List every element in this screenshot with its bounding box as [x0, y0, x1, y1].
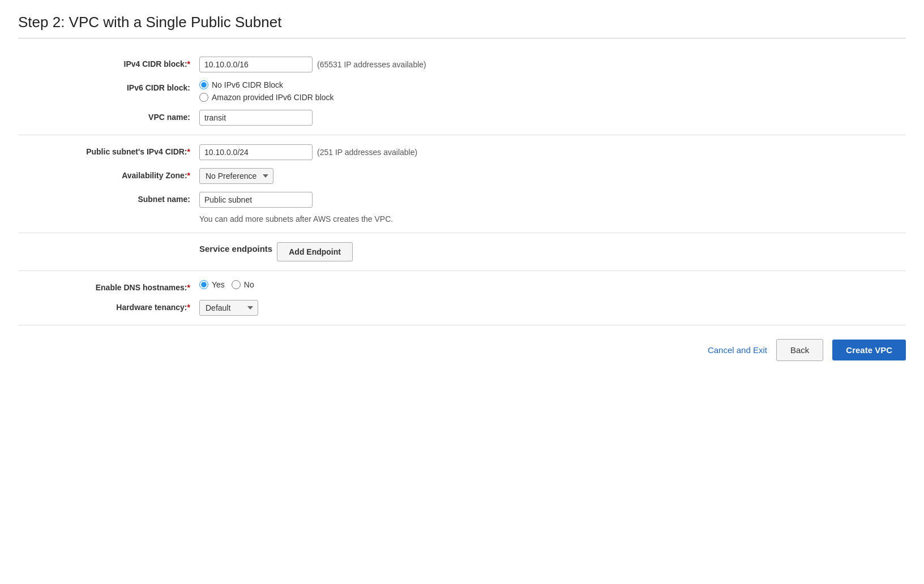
ipv6-radio-group: No IPv6 CIDR Block Amazon provided IPv6 …	[199, 80, 334, 102]
dns-yes-radio[interactable]	[199, 280, 208, 289]
ipv6-option2-text: Amazon provided IPv6 CIDR block	[212, 93, 334, 102]
hardware-tenancy-row: Hardware tenancy:* Default Dedicated Hos…	[18, 300, 906, 316]
subnet-name-label: Subnet name:	[18, 192, 199, 204]
vpc-name-input[interactable]	[199, 110, 313, 126]
vpc-settings-section: IPv4 CIDR block:* (65531 IP addresses av…	[18, 48, 906, 135]
create-vpc-button[interactable]: Create VPC	[832, 340, 906, 360]
service-endpoints-control: Service endpoints Add Endpoint	[199, 242, 906, 261]
availability-zone-select[interactable]: No Preference us-east-1a us-east-1b us-e…	[199, 168, 273, 184]
cancel-exit-button[interactable]: Cancel and Exit	[708, 345, 767, 355]
dns-hostnames-row: Enable DNS hostnames:* Yes No	[18, 280, 906, 292]
subnet-name-hint: You can add more subnets after AWS creat…	[199, 214, 906, 224]
service-endpoints-spacer	[18, 242, 199, 245]
service-endpoints-row: Service endpoints Add Endpoint	[18, 242, 906, 261]
vpc-name-control	[199, 110, 906, 126]
hardware-tenancy-select[interactable]: Default Dedicated Host	[199, 300, 258, 316]
hardware-tenancy-control: Default Dedicated Host	[199, 300, 906, 316]
hardware-tenancy-label: Hardware tenancy:*	[18, 300, 199, 312]
ipv6-option1-text: No IPv6 CIDR Block	[212, 80, 283, 89]
ipv4-cidr-info: (65531 IP addresses available)	[317, 60, 426, 69]
service-endpoints-title: Service endpoints	[199, 244, 272, 254]
service-endpoints-section: Service endpoints Add Endpoint	[18, 233, 906, 271]
ipv4-cidr-label: IPv4 CIDR block:*	[18, 57, 199, 68]
ipv6-cidr-row: IPv6 CIDR block: No IPv6 CIDR Block Amaz…	[18, 80, 906, 102]
ipv4-cidr-input[interactable]	[199, 57, 313, 72]
subnet-name-control: You can add more subnets after AWS creat…	[199, 192, 906, 224]
subnet-name-row: Subnet name: You can add more subnets af…	[18, 192, 906, 224]
availability-zone-label: Availability Zone:*	[18, 168, 199, 180]
add-endpoint-button[interactable]: Add Endpoint	[277, 242, 353, 261]
dns-hostnames-label: Enable DNS hostnames:*	[18, 280, 199, 292]
availability-zone-control: No Preference us-east-1a us-east-1b us-e…	[199, 168, 906, 184]
dns-no-radio[interactable]	[232, 280, 241, 289]
dns-yes-label[interactable]: Yes	[199, 280, 225, 289]
dns-hardware-section: Enable DNS hostnames:* Yes No Hardware t…	[18, 271, 906, 325]
dns-no-label[interactable]: No	[232, 280, 254, 289]
public-subnet-cidr-row: Public subnet's IPv4 CIDR:* (251 IP addr…	[18, 144, 906, 160]
ipv6-option1-label[interactable]: No IPv6 CIDR Block	[199, 80, 334, 89]
vpc-name-label: VPC name:	[18, 110, 199, 122]
back-button[interactable]: Back	[776, 339, 823, 361]
ipv4-cidr-row: IPv4 CIDR block:* (65531 IP addresses av…	[18, 57, 906, 72]
ipv6-cidr-label: IPv6 CIDR block:	[18, 80, 199, 92]
public-subnet-cidr-input[interactable]	[199, 144, 313, 160]
ipv6-no-cidr-radio[interactable]	[199, 80, 208, 89]
page-title: Step 2: VPC with a Single Public Subnet	[18, 14, 906, 38]
public-subnet-cidr-info: (251 IP addresses available)	[317, 148, 417, 157]
dns-hostnames-control: Yes No	[199, 280, 906, 289]
footer: Cancel and Exit Back Create VPC	[18, 325, 906, 366]
dns-radio-group: Yes No	[199, 280, 254, 289]
ipv6-amazon-radio[interactable]	[199, 93, 208, 102]
dns-yes-text: Yes	[212, 280, 225, 289]
public-subnet-cidr-control: (251 IP addresses available)	[199, 144, 906, 160]
vpc-name-row: VPC name:	[18, 110, 906, 126]
ipv6-cidr-control: No IPv6 CIDR Block Amazon provided IPv6 …	[199, 80, 906, 102]
subnet-settings-section: Public subnet's IPv4 CIDR:* (251 IP addr…	[18, 135, 906, 233]
subnet-name-input[interactable]	[199, 192, 313, 208]
dns-no-text: No	[244, 280, 254, 289]
public-subnet-cidr-label: Public subnet's IPv4 CIDR:*	[18, 144, 199, 156]
ipv6-option2-label[interactable]: Amazon provided IPv6 CIDR block	[199, 93, 334, 102]
availability-zone-row: Availability Zone:* No Preference us-eas…	[18, 168, 906, 184]
ipv4-cidr-control: (65531 IP addresses available)	[199, 57, 906, 72]
